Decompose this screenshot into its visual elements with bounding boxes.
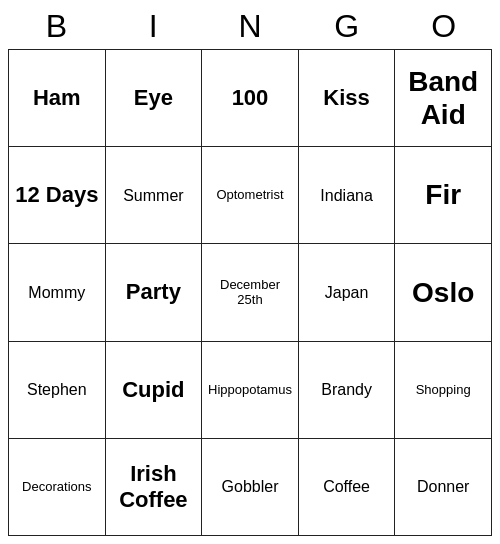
cell-r1-c3: Indiana <box>299 147 396 244</box>
cell-text-r3-c4: Shopping <box>416 382 471 398</box>
cell-text-r4-c1: Irish Coffee <box>110 461 198 514</box>
cell-text-r0-c4: Band Aid <box>399 65 487 132</box>
cell-r1-c0: 12 Days <box>9 147 106 244</box>
title-letter-O: O <box>395 8 492 45</box>
title-letter-N: N <box>202 8 299 45</box>
cell-text-r2-c1: Party <box>126 279 181 305</box>
cell-r0-c2: 100 <box>202 50 299 147</box>
cell-text-r3-c2: Hippopotamus <box>208 382 292 398</box>
cell-r1-c4: Fir <box>395 147 492 244</box>
cell-r1-c1: Summer <box>106 147 203 244</box>
cell-r0-c0: Ham <box>9 50 106 147</box>
cell-text-r3-c3: Brandy <box>321 380 372 399</box>
title-letter-B: B <box>8 8 105 45</box>
cell-text-r4-c4: Donner <box>417 477 469 496</box>
bingo-title: BINGO <box>8 8 492 45</box>
cell-r0-c3: Kiss <box>299 50 396 147</box>
cell-r3-c0: Stephen <box>9 342 106 439</box>
cell-r3-c4: Shopping <box>395 342 492 439</box>
cell-text-r1-c2: Optometrist <box>216 187 283 203</box>
cell-r3-c2: Hippopotamus <box>202 342 299 439</box>
cell-r0-c1: Eye <box>106 50 203 147</box>
cell-text-r1-c3: Indiana <box>320 186 373 205</box>
cell-text-r1-c1: Summer <box>123 186 183 205</box>
cell-text-r2-c0: Mommy <box>28 283 85 302</box>
cell-text-r2-c2: December 25th <box>206 277 294 308</box>
cell-r0-c4: Band Aid <box>395 50 492 147</box>
cell-text-r4-c0: Decorations <box>22 479 91 495</box>
cell-r2-c3: Japan <box>299 244 396 341</box>
cell-text-r3-c1: Cupid <box>122 377 184 403</box>
cell-text-r2-c4: Oslo <box>412 276 474 310</box>
cell-r2-c4: Oslo <box>395 244 492 341</box>
cell-r4-c0: Decorations <box>9 439 106 536</box>
cell-r1-c2: Optometrist <box>202 147 299 244</box>
cell-r4-c2: Gobbler <box>202 439 299 536</box>
cell-text-r0-c0: Ham <box>33 85 81 111</box>
bingo-grid: HamEye100KissBand Aid12 DaysSummerOptome… <box>8 49 492 536</box>
cell-r4-c4: Donner <box>395 439 492 536</box>
cell-text-r4-c3: Coffee <box>323 477 370 496</box>
cell-text-r0-c1: Eye <box>134 85 173 111</box>
cell-text-r0-c2: 100 <box>232 85 269 111</box>
cell-text-r0-c3: Kiss <box>323 85 369 111</box>
cell-r3-c3: Brandy <box>299 342 396 439</box>
cell-text-r4-c2: Gobbler <box>222 477 279 496</box>
cell-r3-c1: Cupid <box>106 342 203 439</box>
cell-r2-c0: Mommy <box>9 244 106 341</box>
title-letter-G: G <box>298 8 395 45</box>
cell-r4-c1: Irish Coffee <box>106 439 203 536</box>
cell-r4-c3: Coffee <box>299 439 396 536</box>
title-letter-I: I <box>105 8 202 45</box>
cell-r2-c1: Party <box>106 244 203 341</box>
cell-text-r1-c0: 12 Days <box>15 182 98 208</box>
cell-text-r3-c0: Stephen <box>27 380 87 399</box>
cell-r2-c2: December 25th <box>202 244 299 341</box>
cell-text-r1-c4: Fir <box>425 178 461 212</box>
cell-text-r2-c3: Japan <box>325 283 369 302</box>
